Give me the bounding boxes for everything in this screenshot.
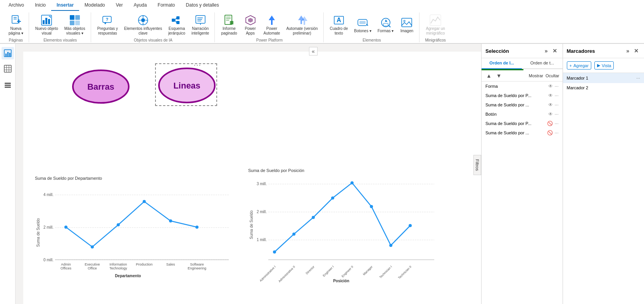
tab-ver[interactable]: Ver [110, 0, 128, 11]
svg-point-105 [350, 181, 354, 184]
item-suma3-actions: 🚫 ··· [547, 121, 558, 126]
right-panels: Selección » ✕ Orden de I... Orden de t..… [481, 44, 644, 304]
visibility5-icon[interactable]: 🚫 [547, 130, 553, 135]
sidebar-chart-icon[interactable] [2, 47, 14, 59]
bk-add-btn[interactable]: + Agregar [567, 61, 592, 69]
visibility-icon[interactable]: 👁 [548, 83, 553, 89]
tab-insertar[interactable]: Insertar [51, 0, 79, 11]
chart-posicion-title: Suma de Sueldo por Posición [248, 168, 442, 173]
list-item-boton[interactable]: Botón 👁 ··· [482, 109, 563, 119]
bk-add-icon: + [570, 63, 572, 68]
svg-rect-25 [176, 16, 180, 19]
selection-close-btn[interactable]: ✕ [551, 47, 559, 55]
svg-line-28 [175, 20, 176, 23]
tab-modelado[interactable]: Modelado [79, 0, 110, 11]
imagen-label: Imagen [401, 29, 413, 33]
bk-view-label: Vista [602, 63, 611, 68]
btn-nuevo-obj-visual[interactable]: Nuevo objetovisual [33, 12, 60, 37]
more-icon[interactable]: ··· [554, 83, 558, 89]
filters-tab[interactable]: Filtros [473, 155, 481, 175]
tab-formato[interactable]: Formato [152, 0, 181, 11]
svg-text:A: A [337, 17, 341, 23]
svg-text:2 mill.: 2 mill. [257, 210, 267, 214]
group-ia-label: Objetos visuales de IA [134, 38, 173, 42]
list-item-suma2[interactable]: Suma de Sueldo por ... 👁 ··· [482, 100, 563, 109]
svg-rect-0 [12, 16, 18, 23]
list-item-suma4[interactable]: Suma de Sueldo por ... 🚫 ··· [482, 128, 563, 137]
bookmarks-close-btn[interactable]: ✕ [632, 47, 640, 55]
main-layout: ... Barras Lineas Suma de Sueldo por Dep… [0, 44, 644, 304]
svg-text:Posición: Posición [333, 279, 349, 283]
visibility2-icon[interactable]: 👁 [548, 102, 553, 108]
group-minigraficos: Agregar unminigráfico Minigráficos [420, 12, 450, 42]
btn-imagen[interactable]: Imagen [397, 15, 416, 35]
more3-icon[interactable]: ··· [554, 111, 558, 117]
btn-esquema[interactable]: Esquemajerárquico [166, 12, 188, 37]
bk-view-icon: ▶ [597, 63, 600, 68]
cuadro-texto-icon: A [333, 14, 345, 26]
bookmark-item-1[interactable]: Marcador 1 ··· [563, 73, 644, 83]
tab-orden-insercion[interactable]: Orden de I... [482, 58, 522, 69]
btn-mas-objetos-visuales[interactable]: Más objetosvisuales ▾ [62, 12, 88, 37]
bookmark1-actions[interactable]: ··· [636, 75, 640, 81]
btn-nueva-pagina[interactable]: Nuevapágina ▾ [6, 12, 26, 37]
svg-point-78 [117, 223, 120, 226]
btn-formas[interactable]: Formas ▾ [375, 15, 396, 35]
svg-line-27 [175, 18, 176, 20]
svg-point-101 [273, 250, 276, 254]
more1-icon[interactable]: ··· [554, 93, 558, 98]
btn-botones[interactable]: Botones ▾ [352, 15, 373, 35]
visibility4-icon[interactable]: 🚫 [547, 121, 553, 126]
group-ia: ? Preguntas yrespuestas Elementos influy… [92, 12, 215, 42]
bk-view-btn[interactable]: ▶ Vista [594, 61, 614, 69]
move-up-btn[interactable]: ▲ [485, 72, 493, 80]
btn-preguntas[interactable]: ? Preguntas yrespuestas [95, 12, 120, 37]
more4-icon[interactable]: ··· [554, 121, 558, 126]
shape-lineas[interactable]: Lineas [155, 63, 217, 106]
svg-text:Production: Production [136, 262, 152, 266]
imagen-icon [401, 16, 413, 29]
btn-narracion[interactable]: Narracióninteligente [189, 12, 212, 37]
more5-icon[interactable]: ··· [554, 130, 558, 135]
sidebar-table-icon[interactable] [2, 63, 14, 75]
list-item-suma3[interactable]: Suma de Sueldo por P... 🚫 ··· [482, 119, 563, 128]
collapse-panels-btn[interactable]: « [309, 47, 318, 56]
svg-marker-17 [104, 23, 107, 24]
left-sidebar [0, 44, 16, 304]
bookmarks-panel: Marcadores » ✕ + Agregar ▶ Vista Marcad [563, 44, 644, 304]
group-paginas: Nuevapágina ▾ Páginas [3, 12, 29, 42]
visibility1-icon[interactable]: 👁 [548, 93, 553, 98]
tab-archivo[interactable]: Archivo [3, 0, 29, 11]
list-item-suma1[interactable]: Suma de Sueldo por P... 👁 ··· [482, 91, 563, 100]
more2-icon[interactable]: ··· [554, 102, 558, 108]
tab-inicio[interactable]: Inicio [29, 0, 51, 11]
group-elementos-visuales: Nuevo objetovisual Más objetosvisuales ▾… [30, 12, 91, 42]
shape-barras[interactable]: Barras [70, 67, 132, 106]
list-item-forma[interactable]: Forma 👁 ··· [482, 82, 563, 91]
move-down-btn[interactable]: ▼ [495, 72, 503, 80]
hide-btn[interactable]: Ocultar [546, 73, 559, 78]
btn-automate-preliminar[interactable]: Automate (versiónpreliminar) [284, 12, 320, 37]
tab-ayuda[interactable]: Ayuda [128, 0, 152, 11]
tab-datos[interactable]: Datos y detalles [180, 0, 224, 11]
btn-power-automate[interactable]: PowerAutomate [261, 12, 283, 37]
item-suma2-actions: 👁 ··· [548, 102, 558, 108]
sidebar-layers-icon[interactable] [2, 78, 14, 90]
show-btn[interactable]: Mostrar [529, 73, 543, 78]
svg-point-80 [169, 219, 172, 222]
item-suma2-label: Suma de Sueldo por ... [485, 102, 546, 107]
btn-cuadro-texto[interactable]: A Cuadro detexto [328, 12, 350, 37]
bookmarks-expand-btn[interactable]: » [625, 47, 631, 55]
selection-expand-btn[interactable]: » [543, 47, 549, 55]
visibility3-icon[interactable]: 👁 [548, 111, 553, 117]
btn-informe-paginado[interactable]: Informepaginado [219, 12, 239, 37]
tab-orden-tabulacion[interactable]: Orden de t... [522, 58, 562, 68]
btn-elementos-influyentes[interactable]: Elementos influyentesclave [122, 12, 164, 37]
btn-power-apps[interactable]: PowerApps [241, 12, 260, 37]
svg-point-76 [64, 226, 67, 229]
esquema-label: Esquemajerárquico [168, 26, 185, 36]
svg-point-79 [143, 200, 146, 203]
power-automate-label: PowerAutomate [264, 26, 280, 36]
panel-list: Forma 👁 ··· Suma de Sueldo por P... 👁 ··… [482, 82, 563, 304]
bookmark-item-2[interactable]: Marcador 2 [563, 83, 644, 92]
